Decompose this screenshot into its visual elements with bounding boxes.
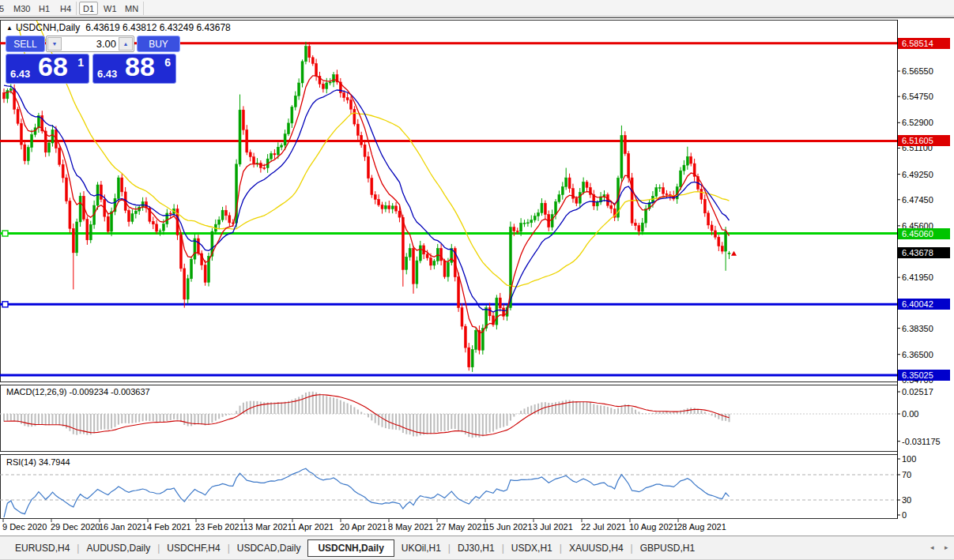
candle bbox=[329, 82, 331, 83]
candle bbox=[606, 195, 609, 206]
candle bbox=[443, 261, 446, 276]
date-axis-label: 8 May 2021 bbox=[388, 522, 433, 532]
candle bbox=[242, 110, 244, 130]
collapse-icon[interactable]: ▲ bbox=[6, 24, 13, 32]
candle bbox=[66, 178, 68, 201]
candle bbox=[117, 178, 119, 198]
candle bbox=[27, 148, 29, 161]
candle bbox=[624, 135, 626, 153]
volume-box: ▼ ▲ bbox=[46, 36, 134, 52]
candle bbox=[558, 195, 560, 202]
candle bbox=[447, 262, 449, 276]
candle bbox=[31, 134, 33, 147]
candle bbox=[384, 205, 387, 209]
candle bbox=[596, 202, 598, 206]
tab-audusd-daily[interactable]: AUDUSD,Daily bbox=[79, 540, 157, 556]
candle bbox=[638, 226, 640, 231]
candle bbox=[725, 231, 727, 251]
candle bbox=[197, 239, 199, 254]
tabs-scroll-left-icon[interactable]: ◂ bbox=[930, 543, 934, 551]
candle bbox=[239, 110, 241, 164]
candle bbox=[107, 216, 109, 231]
tab-eurusd-h4[interactable]: EURUSD,H4 bbox=[8, 540, 77, 556]
candle bbox=[464, 326, 466, 348]
candle bbox=[294, 96, 296, 107]
chart-window[interactable]: ▲USDCNH,Daily6.43619 6.43812 6.43249 6.4… bbox=[0, 17, 954, 536]
candle bbox=[666, 194, 668, 194]
candle bbox=[530, 220, 533, 223]
tab-usdx-h1[interactable]: USDX,H1 bbox=[504, 540, 560, 556]
candle bbox=[565, 178, 567, 186]
chart-canvas[interactable] bbox=[0, 18, 954, 560]
date-axis-label: 27 May 2021 bbox=[436, 522, 487, 532]
tab-gbpusd-h1[interactable]: GBPUSD,H1 bbox=[633, 540, 702, 556]
tab-usdcnh-daily[interactable]: USDCNH,Daily bbox=[307, 539, 394, 557]
candle bbox=[367, 156, 369, 178]
candle bbox=[308, 47, 311, 58]
candle bbox=[301, 62, 304, 83]
candle bbox=[409, 249, 411, 257]
chart-title: ▲USDCNH,Daily6.43619 6.43812 6.43249 6.4… bbox=[6, 22, 231, 33]
timeframe-button-d1[interactable]: D1 bbox=[79, 2, 98, 15]
candle bbox=[645, 209, 647, 223]
candle bbox=[496, 298, 498, 325]
candle bbox=[322, 84, 324, 88]
sell-price-panel[interactable]: 6.43 68 1 bbox=[6, 54, 89, 84]
candle bbox=[333, 74, 335, 82]
price-axis-label: 6.36500 bbox=[902, 350, 933, 359]
candle bbox=[131, 214, 134, 222]
buy-price-panel[interactable]: 6.43 88 6 bbox=[92, 54, 176, 84]
candle bbox=[458, 277, 460, 308]
candle bbox=[575, 198, 578, 203]
candle bbox=[356, 124, 359, 135]
candle bbox=[690, 156, 692, 163]
sell-price-prefix: 6.43 bbox=[10, 68, 30, 80]
timeframe-button-h4[interactable]: H4 bbox=[56, 2, 75, 15]
tabs-scroll-right-icon[interactable]: ▸ bbox=[945, 543, 948, 551]
candle bbox=[551, 215, 553, 227]
buy-button[interactable]: BUY bbox=[137, 36, 180, 52]
candle bbox=[680, 171, 682, 187]
candle bbox=[388, 205, 390, 209]
level-line-handle[interactable] bbox=[2, 231, 8, 236]
price-axis-label: 6.38350 bbox=[902, 324, 933, 333]
timeframe-button-w1[interactable]: W1 bbox=[100, 2, 121, 15]
date-axis-label: 29 Dec 2020 bbox=[51, 522, 100, 532]
volume-decrease-button[interactable]: ▼ bbox=[47, 37, 62, 51]
date-axis-label: 3 Jul 2021 bbox=[533, 522, 573, 532]
level-line-handle[interactable] bbox=[2, 302, 8, 307]
rsi-axis-label: 100 bbox=[902, 454, 916, 464]
candle bbox=[711, 225, 713, 231]
timeframe-button-h1[interactable]: H1 bbox=[35, 2, 54, 15]
macd-panel-title: MACD(12,26,9) -0.009234 -0.003637 bbox=[6, 387, 150, 397]
volume-increase-button[interactable]: ▲ bbox=[119, 37, 133, 51]
candle bbox=[249, 152, 251, 157]
price-tag-support-blue-2: 6.35025 bbox=[898, 370, 950, 381]
date-axis-label: 16 Jan 2021 bbox=[99, 522, 147, 532]
tab-usdchf-h4[interactable]: USDCHF,H4 bbox=[160, 540, 227, 556]
tab-usdcad-daily[interactable]: USDCAD,Daily bbox=[230, 540, 308, 556]
tab-dj30-h1[interactable]: DJ30,H1 bbox=[451, 540, 502, 556]
candle bbox=[579, 193, 581, 204]
volume-input[interactable] bbox=[64, 37, 116, 51]
tab-xauusd-h4[interactable]: XAUUSD,H4 bbox=[562, 540, 631, 556]
candle bbox=[364, 145, 366, 156]
candle bbox=[128, 210, 130, 221]
trading-terminal: 5M30H1H4D1W1MN ▲USDCNH,Daily6.43619 6.43… bbox=[0, 0, 954, 560]
timeframe-button-mn[interactable]: MN bbox=[121, 2, 142, 15]
sell-button[interactable]: SELL bbox=[6, 36, 45, 52]
timeframe-button-5[interactable]: 5 bbox=[0, 2, 8, 15]
rsi-axis-label: 70 bbox=[902, 470, 911, 479]
candle bbox=[707, 213, 710, 225]
candle bbox=[79, 196, 81, 222]
candle bbox=[610, 205, 613, 209]
timeframe-button-m30[interactable]: M30 bbox=[9, 2, 34, 15]
candle bbox=[718, 237, 720, 246]
candle bbox=[520, 223, 522, 231]
date-axis-label: 22 Jul 2021 bbox=[581, 522, 626, 532]
candle bbox=[284, 134, 286, 145]
toolbar-separator bbox=[143, 2, 144, 15]
tab-ukoil-h1[interactable]: UKOil,H1 bbox=[394, 540, 448, 556]
sell-price-digits: 68 bbox=[38, 51, 68, 82]
candle bbox=[499, 298, 501, 308]
